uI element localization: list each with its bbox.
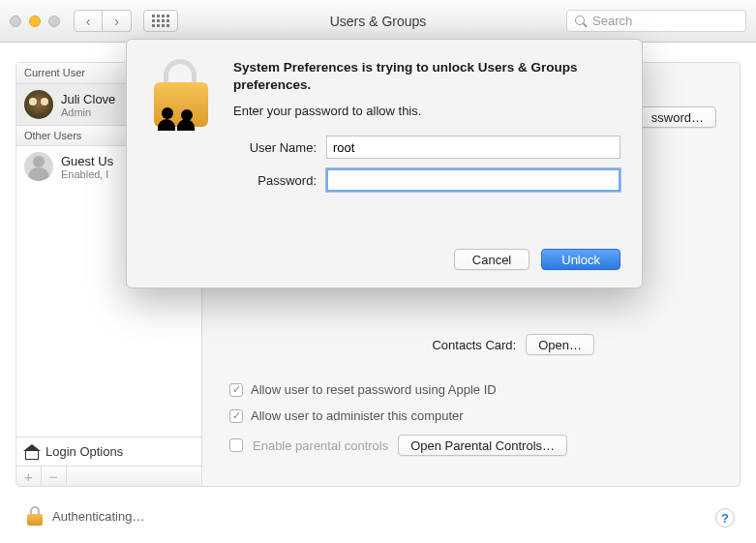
remove-user-button[interactable]: − — [42, 467, 67, 486]
username-label: User Name: — [233, 140, 326, 155]
user-add-remove-bar: + − — [16, 466, 201, 486]
cancel-button[interactable]: Cancel — [454, 249, 529, 270]
user-role-label: Enabled, l — [61, 168, 113, 180]
user-role-label: Admin — [61, 106, 115, 118]
show-all-button[interactable] — [143, 10, 178, 32]
forward-button[interactable]: › — [103, 10, 132, 32]
lock-status[interactable]: Authenticating… — [27, 506, 144, 526]
lock-icon — [27, 506, 43, 526]
back-button[interactable]: ‹ — [74, 10, 103, 32]
password-label: Password: — [233, 173, 326, 188]
help-button[interactable]: ? — [715, 508, 735, 528]
parental-controls-label: Enable parental controls — [253, 438, 388, 453]
auth-dialog-title: System Preferences is trying to unlock U… — [233, 59, 620, 94]
search-placeholder: Search — [592, 14, 632, 28]
auth-dialog-subtitle: Enter your password to allow this. — [233, 104, 620, 118]
search-input[interactable]: Search — [566, 10, 746, 32]
reset-password-apple-id-row: ✓ Allow user to reset password using App… — [229, 382, 712, 397]
login-options-label: Login Options — [45, 444, 123, 459]
contacts-card-label: Contacts Card: — [432, 338, 516, 352]
add-user-button[interactable]: + — [16, 467, 42, 486]
traffic-lights — [10, 15, 60, 27]
avatar — [24, 90, 53, 119]
parental-controls-row: ✓ Enable parental controls Open Parental… — [229, 435, 712, 456]
home-icon — [24, 444, 40, 460]
user-name-label: Guest Us — [61, 154, 113, 168]
username-field[interactable] — [326, 136, 620, 159]
open-contacts-button[interactable]: Open… — [526, 334, 594, 355]
grid-icon — [152, 15, 169, 27]
minimize-window-icon[interactable] — [29, 15, 41, 27]
checkbox-checked-icon[interactable]: ✓ — [229, 383, 243, 397]
avatar — [24, 152, 53, 181]
zoom-window-icon[interactable] — [48, 15, 60, 27]
contacts-card-row: Contacts Card: Open… — [432, 334, 594, 355]
window-toolbar: ‹ › Users & Groups Search — [0, 0, 756, 43]
open-parental-controls-button[interactable]: Open Parental Controls… — [398, 435, 567, 456]
chevron-left-icon: ‹ — [86, 14, 91, 29]
password-field[interactable] — [326, 168, 620, 192]
search-icon — [575, 15, 587, 27]
auth-lock-icon — [148, 59, 214, 131]
close-window-icon[interactable] — [10, 15, 21, 27]
login-options-button[interactable]: Login Options — [16, 437, 201, 466]
unlock-button[interactable]: Unlock — [541, 249, 620, 270]
lock-status-text: Authenticating… — [52, 509, 144, 524]
chevron-right-icon: › — [114, 14, 119, 29]
options-checks: ✓ Allow user to reset password using App… — [229, 371, 712, 456]
change-password-button[interactable]: ssword… — [639, 106, 716, 128]
administer-label: Allow user to administer this computer — [251, 408, 464, 423]
checkbox-checked-icon[interactable]: ✓ — [229, 409, 243, 423]
administer-computer-row: ✓ Allow user to administer this computer — [229, 408, 712, 423]
nav-buttons: ‹ › — [74, 10, 132, 32]
auth-dialog: System Preferences is trying to unlock U… — [126, 39, 643, 288]
user-name-label: Juli Clove — [61, 92, 115, 106]
checkbox-unchecked-icon[interactable]: ✓ — [229, 438, 243, 452]
reset-apple-id-label: Allow user to reset password using Apple… — [251, 382, 497, 397]
